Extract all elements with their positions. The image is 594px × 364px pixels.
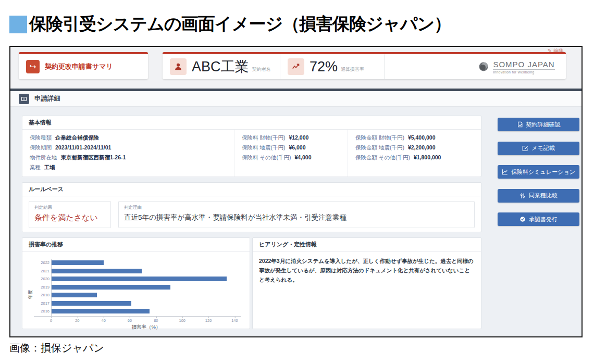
- field-label: 保険料 財物(千円): [242, 134, 285, 142]
- field-value: ¥12,000: [289, 134, 308, 141]
- contract-detail-icon: [517, 121, 523, 128]
- basic-info-col2: 保険料 財物(千円)¥12,000 保険料 地震(千円)¥6,000 保険料 そ…: [234, 130, 348, 177]
- field-value: ¥5,400,000: [408, 134, 436, 141]
- compare-icon: [519, 193, 526, 199]
- chart-x-tick: 40: [102, 318, 106, 323]
- field-label: 保険料 その他(千円): [242, 154, 291, 161]
- simulation-button[interactable]: 保険料シミュレーション: [498, 165, 579, 179]
- page-title-text: 保険引受システムの画面イメージ（損害保険ジャパン）: [29, 12, 451, 36]
- judgement-reason-label: 判定理由: [124, 205, 469, 211]
- field-label: 保険料 地震(千円): [242, 144, 285, 152]
- button-label: 契約詳細確認: [526, 121, 561, 129]
- basic-info-col1: 保険種類企業総合補償保険 保険期間2023/11/01-2024/11/01 物…: [22, 130, 234, 177]
- client-section: ABC工業 契約者名: [163, 54, 280, 79]
- industry-compare-button[interactable]: 同業種比較: [498, 189, 579, 203]
- chart-row: 2022: [34, 259, 241, 267]
- chart-bar: [51, 285, 170, 290]
- chart-x-axis-label: 損害率（%）: [34, 324, 241, 331]
- chart-bar: [51, 309, 150, 313]
- summary-card-label: 契約更改申請書サマリ: [45, 62, 113, 71]
- chart-year-label: 2019: [34, 285, 49, 290]
- judgement-result-value: 条件を満たさない: [34, 213, 105, 223]
- chart-x-tick: 120: [205, 318, 212, 323]
- chart-x-tick: 100: [179, 318, 185, 323]
- loss-ratio-value: 72%: [310, 59, 338, 75]
- loss-ratio-plot: 2022202120202019201820172016: [34, 259, 241, 317]
- field-value: 東京都新宿区西新宿1-26-1: [61, 154, 126, 161]
- logo-name: SOMPO JAPAN: [493, 60, 554, 69]
- button-label: 保険料シミュレーション: [511, 168, 575, 176]
- chart-x-tick: 140: [231, 318, 238, 323]
- chart-x-tick: 80: [154, 318, 158, 323]
- loss-ratio-label: 通算損害率: [341, 66, 364, 73]
- chart-row: 2018: [34, 291, 241, 299]
- memo-icon: [522, 145, 528, 152]
- memo-button[interactable]: メモ記載: [498, 142, 579, 155]
- field-label: 保険種類: [30, 134, 52, 142]
- chart-year-label: 2016: [34, 309, 49, 313]
- logo-tagline: Innovation for Wellbeing: [493, 69, 554, 74]
- field-label: 保険金額 地震(千円): [355, 144, 404, 152]
- chart-year-label: 2017: [34, 301, 49, 306]
- chart-panel-title: 損害率の推移: [22, 238, 250, 252]
- chart-bar: [51, 277, 227, 281]
- approval-issue-button[interactable]: 承認書発行: [498, 212, 579, 226]
- field-label: 業種: [30, 164, 41, 171]
- chart-bar: [51, 260, 104, 265]
- field-value: ¥6,000: [289, 144, 305, 150]
- header-spacer: [385, 54, 467, 79]
- summary-card[interactable]: ↪ 契約更改申請書サマリ: [19, 52, 148, 79]
- application-detail-bar: 申請詳細: [10, 91, 581, 107]
- field-row: 保険金額 財物(千円)¥5,400,000: [355, 134, 471, 142]
- chart-year-label: 2021: [34, 269, 49, 273]
- judgement-reason-value: 直近5年の損害率が高水準・要請保険料が当社水準未満・引受注意業種: [124, 213, 469, 222]
- chart-year-label: 2020: [34, 277, 49, 281]
- chart-row: 2019: [34, 283, 241, 292]
- action-button-column: 契約詳細確認 メモ記載 保険料シミュレーション 同業種比較 承認書発行: [498, 118, 579, 226]
- chart-bar: [51, 301, 131, 306]
- chart-x-tick: 60: [128, 318, 132, 323]
- field-value: 工場: [44, 164, 55, 171]
- chart-x-tick: 20: [75, 318, 79, 323]
- content-area: 基本情報 保険種類企業総合補償保険 保険期間2023/11/01-2024/11…: [10, 107, 581, 337]
- chart-year-label: 2018: [34, 293, 49, 297]
- header-info-card: ABC工業 契約者名 72% 通算損害率 SOMPO JAPAN Innovat…: [163, 52, 566, 79]
- field-label: 保険期間: [30, 144, 52, 152]
- basic-info-title: 基本情報: [22, 116, 481, 130]
- button-label: メモ記載: [531, 144, 555, 152]
- chart-bar: [51, 293, 97, 297]
- page-title: 保険引受システムの画面イメージ（損害保険ジャパン）: [9, 12, 451, 36]
- field-row: 保険料 地震(千円)¥6,000: [242, 144, 340, 152]
- app-window: ✎ 編集 ↪ 契約更改申請書サマリ ABC工業 契約者名 72% 通算損害率: [9, 46, 583, 337]
- field-row: 業種工場: [30, 164, 227, 171]
- loss-ratio-chart: 年度 2022202120202019201820172016 02040608…: [22, 252, 250, 333]
- basic-info-col3: 保険金額 財物(千円)¥5,400,000 保険金額 地震(千円)¥2,200,…: [348, 130, 478, 177]
- hearing-panel: ヒアリング・定性情報 2022年3月に消火システムを導入したが、正しく作動せず事…: [252, 237, 481, 329]
- approval-icon: [519, 216, 526, 222]
- hearing-panel-title: ヒアリング・定性情報: [253, 238, 481, 252]
- field-row: 保険種類企業総合補償保険: [30, 134, 227, 142]
- judgement-result-box: 判定結果 条件を満たさない: [29, 201, 111, 228]
- field-row: 保険料 その他(千円)¥4,000: [242, 154, 340, 161]
- field-label: 保険金額 その他(千円): [355, 154, 410, 161]
- chart-bar: [51, 269, 142, 273]
- simulation-icon: [502, 169, 508, 175]
- summary-card-icon: ↪: [26, 60, 40, 73]
- chart-row: 2016: [34, 307, 241, 316]
- field-value: 企業総合補償保険: [55, 134, 99, 142]
- field-row: 保険金額 その他(千円)¥1,800,000: [355, 154, 471, 161]
- basic-info-panel: 基本情報 保険種類企業総合補償保険 保険期間2023/11/01-2024/11…: [22, 116, 481, 177]
- chart-year-label: 2022: [34, 260, 49, 265]
- chart-row: 2017: [34, 299, 241, 308]
- judgement-result-label: 判定結果: [34, 205, 105, 211]
- field-row: 物件所在地東京都新宿区西新宿1-26-1: [30, 154, 227, 161]
- field-label: 物件所在地: [30, 154, 57, 161]
- button-label: 承認書発行: [529, 216, 558, 223]
- contract-detail-button[interactable]: 契約詳細確認: [498, 118, 579, 131]
- hearing-body-text: 2022年3月に消火システムを導入したが、正しく作動せず事故が生じた。過去と同様…: [253, 252, 481, 290]
- chart-row: 2020: [34, 275, 241, 283]
- chart-x-tick: 0: [50, 318, 52, 323]
- person-icon: [170, 58, 187, 75]
- chart-row: 2021: [34, 267, 241, 275]
- chart-x-axis: 020406080100120140: [51, 317, 241, 323]
